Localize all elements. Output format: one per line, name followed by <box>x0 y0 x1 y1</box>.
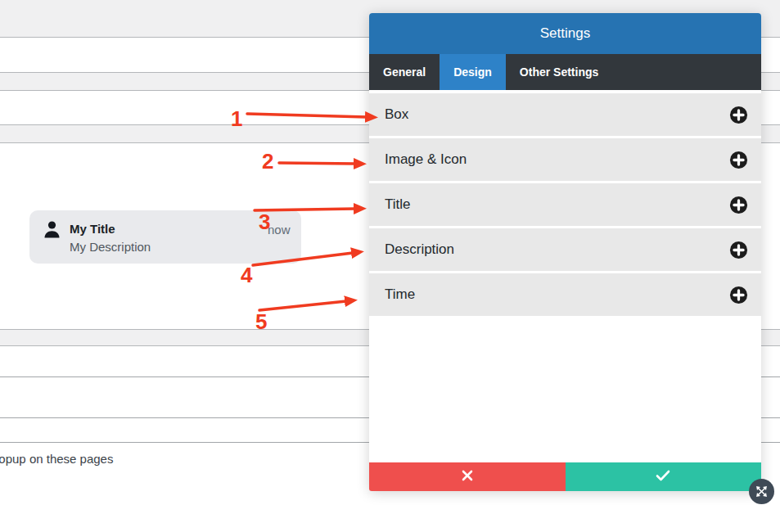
confirm-button[interactable] <box>566 462 762 491</box>
modal-title: Settings <box>369 13 761 54</box>
section-label: Title <box>385 196 729 213</box>
page-clipped-text: popup on these pages <box>0 452 113 466</box>
accordion-section-description[interactable]: Description <box>369 228 761 271</box>
tab-design[interactable]: Design <box>440 54 506 90</box>
section-label: Image & Icon <box>385 151 729 168</box>
page: popup on these pages My Title My Descrip… <box>0 0 780 532</box>
settings-modal: Settings General Design Other Settings B… <box>369 13 761 491</box>
modal-footer <box>369 462 761 491</box>
annotation-number-4: 4 <box>241 264 252 286</box>
notification-timestamp: now <box>268 223 291 237</box>
plus-circle-icon[interactable] <box>729 151 748 169</box>
annotation-number-2: 2 <box>262 151 273 172</box>
accordion-section-time[interactable]: Time <box>369 273 761 316</box>
plus-circle-icon[interactable] <box>729 106 748 124</box>
modal-body: Box Image & Icon Title Description <box>369 90 761 462</box>
notification-title: My Title <box>70 222 115 236</box>
section-label: Description <box>385 241 729 258</box>
tab-other-settings[interactable]: Other Settings <box>506 54 612 90</box>
notification-description: My Description <box>70 240 151 254</box>
accordion-section-image-icon[interactable]: Image & Icon <box>369 138 761 181</box>
plus-circle-icon[interactable] <box>729 286 748 304</box>
accordion-section-title[interactable]: Title <box>369 183 761 226</box>
x-icon <box>461 469 474 485</box>
check-icon <box>656 470 670 484</box>
accordion-section-box[interactable]: Box <box>369 93 761 136</box>
notification-preview: My Title My Description now <box>29 210 301 264</box>
expand-arrows-icon[interactable] <box>749 479 774 504</box>
person-icon <box>43 220 61 243</box>
modal-tab-bar: General Design Other Settings <box>369 54 761 90</box>
plus-circle-icon[interactable] <box>729 241 748 259</box>
tab-general[interactable]: General <box>369 54 440 90</box>
cancel-button[interactable] <box>369 462 566 491</box>
plus-circle-icon[interactable] <box>729 196 748 214</box>
section-label: Box <box>385 106 729 123</box>
section-label: Time <box>385 286 729 303</box>
